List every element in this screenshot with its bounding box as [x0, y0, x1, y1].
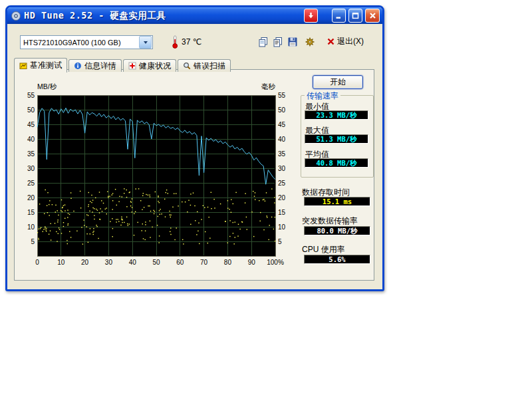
svg-text:MB/秒: MB/秒	[37, 82, 57, 90]
access-time-value: 15.1 ms	[323, 198, 352, 205]
maximize-icon	[351, 11, 360, 20]
svg-text:10: 10	[27, 223, 35, 231]
options-button[interactable]	[303, 35, 317, 49]
svg-text:20: 20	[278, 194, 286, 201]
svg-text:30: 30	[278, 165, 286, 172]
hard-disk-icon	[11, 11, 21, 21]
benchmark-chart: 5555505045454040353530302525202015151010…	[17, 78, 295, 272]
burst-rate-box: 80.0 MB/秒	[304, 226, 370, 235]
svg-text:5: 5	[278, 238, 282, 245]
save-icon	[287, 36, 299, 48]
minimize-icon	[334, 11, 343, 20]
save-button[interactable]	[285, 35, 299, 49]
svg-text:50: 50	[152, 259, 160, 266]
health-cross-icon	[128, 62, 136, 70]
cpu-usage-value: 5.6%	[329, 255, 345, 263]
magnifier-icon	[183, 62, 191, 70]
svg-text:55: 55	[27, 92, 35, 99]
app-window: HD Tune 2.52 - 硬盘实用工具	[5, 5, 384, 291]
benchmark-panel: 5555505045454040353530302525202015151010…	[14, 69, 374, 281]
svg-text:30: 30	[105, 259, 113, 266]
svg-text:55: 55	[278, 92, 286, 99]
tab-label: 基准测试	[30, 60, 62, 71]
exit-label: 退出(X)	[337, 36, 364, 47]
chevron-down-icon	[144, 41, 148, 44]
svg-text:45: 45	[27, 121, 35, 128]
svg-text:5: 5	[31, 238, 35, 245]
svg-text:30: 30	[27, 165, 35, 172]
thermometer-icon	[171, 35, 180, 51]
desktop: HD Tune 2.52 - 硬盘实用工具	[0, 0, 532, 399]
burst-rate-value: 80.0 MB/秒	[317, 227, 357, 235]
gear-icon	[304, 36, 316, 48]
svg-text:90: 90	[248, 259, 256, 266]
burst-rate-label: 突发数据传输率	[302, 215, 358, 227]
svg-text:15: 15	[27, 209, 35, 216]
svg-text:25: 25	[27, 180, 35, 187]
tab-strip: 基准测试 信息详情 健康状况	[14, 57, 232, 71]
svg-text:10: 10	[57, 259, 65, 266]
avg-value: 40.8 MB/秒	[316, 159, 356, 167]
download-icon	[307, 11, 315, 20]
dropdown-button[interactable]	[139, 36, 152, 49]
download-button[interactable]	[304, 9, 318, 23]
close-icon	[368, 11, 377, 20]
close-button[interactable]	[365, 9, 380, 23]
max-value: 51.3 MB/秒	[316, 135, 356, 143]
exit-x-icon	[327, 38, 334, 45]
tab-error-scan[interactable]: 错误扫描	[178, 59, 231, 72]
svg-text:80: 80	[224, 259, 232, 266]
svg-text:10: 10	[278, 223, 286, 231]
access-time-box: 15.1 ms	[304, 197, 370, 206]
svg-text:40: 40	[27, 136, 35, 143]
svg-text:45: 45	[278, 121, 286, 128]
transfer-rate-group: 传输速率 最小值 23.3 MB/秒 最大值 51.3 MB/秒 平均值 40.…	[301, 95, 374, 178]
svg-text:20: 20	[81, 259, 89, 266]
tab-health[interactable]: 健康状况	[123, 59, 176, 72]
title-bar: HD Tune 2.52 - 硬盘实用工具	[7, 7, 382, 24]
svg-text:0: 0	[35, 259, 39, 266]
tab-info[interactable]: 信息详情	[68, 59, 122, 72]
svg-text:毫秒: 毫秒	[261, 82, 276, 90]
window-title: HD Tune 2.52 - 硬盘实用工具	[24, 10, 304, 22]
start-button[interactable]: 开始	[313, 75, 363, 89]
maximize-button[interactable]	[348, 9, 362, 23]
svg-text:35: 35	[278, 150, 286, 158]
tab-label: 错误扫描	[194, 61, 225, 72]
tab-label: 健康状况	[139, 61, 171, 72]
window-body: HTS721010G9AT00 (100 GB) 37 ℃	[7, 24, 382, 289]
temperature-value: 37 ℃	[182, 37, 201, 47]
minimize-button[interactable]	[332, 9, 346, 23]
exit-button[interactable]: 退出(X)	[324, 35, 367, 49]
svg-text:15: 15	[278, 209, 286, 216]
copy-text-icon	[272, 36, 284, 48]
svg-text:50: 50	[27, 106, 35, 114]
copy-image-button[interactable]	[256, 35, 270, 49]
svg-text:100%: 100%	[267, 259, 284, 266]
svg-text:40: 40	[129, 259, 137, 266]
transfer-rate-title: 传输速率	[305, 90, 340, 102]
tab-benchmark[interactable]: 基准测试	[14, 58, 67, 72]
info-icon	[74, 62, 82, 70]
drive-select-dropdown[interactable]: HTS721010G9AT00 (100 GB)	[20, 35, 153, 49]
svg-text:35: 35	[27, 150, 35, 158]
svg-text:60: 60	[176, 259, 184, 266]
min-value: 23.3 MB/秒	[316, 111, 356, 119]
svg-text:25: 25	[278, 180, 286, 187]
max-value-box: 51.3 MB/秒	[305, 134, 368, 144]
avg-value-box: 40.8 MB/秒	[305, 158, 368, 168]
svg-text:70: 70	[200, 259, 208, 266]
copy-image-icon	[257, 36, 269, 48]
cpu-usage-label: CPU 使用率	[302, 244, 345, 255]
svg-text:20: 20	[27, 194, 35, 201]
benchmark-icon	[19, 62, 27, 70]
cpu-usage-box: 5.6%	[304, 255, 370, 264]
min-value-box: 23.3 MB/秒	[305, 110, 368, 120]
tab-label: 信息详情	[84, 61, 116, 72]
svg-text:40: 40	[278, 136, 286, 143]
copy-text-button[interactable]	[271, 35, 285, 49]
drive-select-value: HTS721010G9AT00 (100 GB)	[21, 39, 138, 47]
svg-text:50: 50	[278, 106, 286, 114]
